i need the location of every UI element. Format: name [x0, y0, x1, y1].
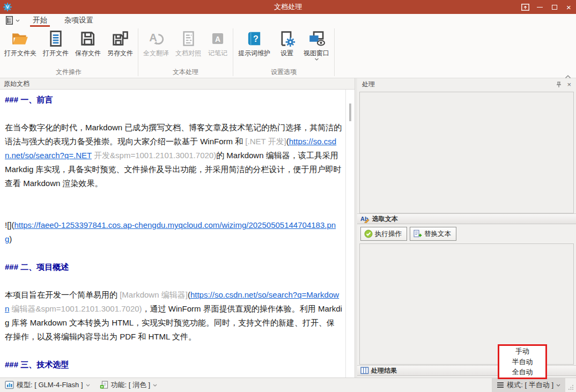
- tab-start[interactable]: 开始: [30, 14, 50, 27]
- ribbon-group-file-ops: 打开文件夹 打开文件 保存文件: [0, 27, 137, 78]
- execute-operation-button[interactable]: 执行操作: [360, 227, 407, 241]
- selected-text-area[interactable]: [359, 92, 574, 213]
- minimize-button[interactable]: [533, 0, 547, 14]
- save-file-icon: [79, 29, 97, 48]
- group-separator: [334, 28, 335, 76]
- mode-selector[interactable]: 模式: [ 半自动 ]: [492, 378, 565, 392]
- button-label: 另存文件: [107, 49, 133, 57]
- chevron-down-icon: [86, 384, 90, 387]
- right-panel-header: 处理 ×: [357, 78, 576, 91]
- button-label: 执行操作: [375, 230, 402, 239]
- result-label: 处理结果: [371, 366, 397, 375]
- button-label: 提示词维护: [238, 49, 270, 57]
- document-editor[interactable]: ### 一、前言在当今数字化的时代，Markdown 已成为撰写文档、博客文章及…: [0, 90, 355, 378]
- svg-text:?: ?: [253, 34, 259, 43]
- vertical-scrollbar[interactable]: [349, 103, 351, 121]
- select-text-label: 选取文本: [372, 215, 398, 224]
- replace-text-button[interactable]: 替换文本: [410, 227, 456, 241]
- model-label: 模型: [ GLM-4-Flash ]: [17, 380, 83, 390]
- settings-gear-icon: [278, 29, 296, 48]
- doc-paragraph: 本项目旨在开发一个简单易用的 [Markdown 编辑器](https://so…: [5, 288, 343, 344]
- doc-text-run: ### 一、前言: [5, 95, 53, 104]
- ribbon-collapse-button[interactable]: [565, 71, 571, 76]
- titlebar: V 文档处理 ×: [0, 0, 576, 14]
- chevron-down-icon: [16, 19, 20, 22]
- settings-button[interactable]: 设置: [274, 27, 300, 57]
- maximize-button[interactable]: [547, 0, 562, 14]
- button-label: 视图窗口: [304, 49, 329, 57]
- doc-heading: ### 一、前言: [5, 93, 343, 107]
- note-icon: A: [209, 29, 227, 48]
- doc-heading: ### 三、技术选型: [5, 358, 343, 372]
- ribbon-toggle-icon: [521, 4, 529, 11]
- save-as-button[interactable]: 另存文件: [104, 27, 136, 57]
- button-label: 打开文件夹: [4, 49, 36, 57]
- doc-text-run: 编辑器&spm=1001.2101.3001.7020): [9, 304, 142, 313]
- open-folder-button[interactable]: 打开文件夹: [1, 27, 40, 57]
- maximize-icon: [552, 5, 557, 10]
- close-button[interactable]: ×: [562, 0, 576, 14]
- translate-icon: A: [147, 29, 165, 48]
- app-gear-icon: V: [3, 2, 12, 12]
- doc-compare-icon: [179, 29, 197, 48]
- ribbon-group-settings: ? 提示词维护 设置: [234, 27, 334, 78]
- right-panel-title: 处理: [362, 80, 375, 89]
- app-menu-icon: [5, 16, 14, 25]
- help-book-icon: ?: [245, 29, 263, 48]
- tab-misc-settings[interactable]: 杂项设置: [62, 14, 96, 27]
- save-file-button[interactable]: 保存文件: [72, 27, 104, 57]
- minimize-icon: [537, 7, 543, 8]
- doc-link[interactable]: https://faee0-1253397841.cos.ap-chengdu.…: [5, 220, 336, 243]
- mode-menu-item-full-auto[interactable]: 全自动: [499, 367, 545, 377]
- svg-text:A: A: [215, 35, 220, 43]
- resize-grip[interactable]: [565, 378, 576, 392]
- function-selector[interactable]: 功能: [ 润色 ]: [95, 378, 163, 392]
- doc-text-run: ): [9, 234, 12, 243]
- select-text-icon: Ab: [360, 215, 370, 223]
- statusbar: 模型: [ GLM-4-Flash ] 功能: [ 润色 ] 模式: [ 半自动…: [0, 378, 576, 392]
- button-label: 打开文件: [43, 49, 69, 57]
- ribbon-tab-row: 开始 杂项设置: [0, 14, 576, 27]
- doc-heading: ### 二、项目概述: [5, 260, 343, 274]
- doc-paragraph: ![](https://faee0-1253397841.cos.ap-chen…: [5, 218, 343, 246]
- doc-text-run: 开发&spm=1001.2101.3001.7020): [92, 151, 216, 160]
- left-panel-title: 原始文档: [4, 79, 29, 88]
- pin-icon[interactable]: [556, 82, 562, 88]
- view-window-button[interactable]: 视图窗口: [300, 27, 333, 61]
- mode-menu-item-semi-auto[interactable]: 半自动: [499, 357, 545, 367]
- take-note-button[interactable]: A 记笔记: [204, 27, 231, 57]
- processing-panel: 处理 × Ab 选取文本 执行操作 替: [357, 78, 576, 378]
- translate-button[interactable]: A 全文翻译: [140, 27, 172, 57]
- check-circle-icon: [364, 230, 373, 238]
- document-content: ### 一、前言在当今数字化的时代，Markdown 已成为撰写文档、博客文章及…: [5, 92, 343, 378]
- model-selector[interactable]: 模型: [ GLM-4-Flash ]: [0, 378, 95, 392]
- doc-text-run: ![](: [5, 220, 14, 230]
- original-document-panel: 原始文档 ### 一、前言在当今数字化的时代，Markdown 已成为撰写文档、…: [0, 78, 355, 378]
- chevron-down-icon: [314, 58, 319, 61]
- doc-plus-icon: [413, 230, 422, 238]
- doc-compare-button[interactable]: 文档对照: [172, 27, 204, 57]
- window-title: 文档处理: [0, 0, 576, 14]
- doc-text-run: ### 三、技术选型: [5, 360, 69, 369]
- ribbon-group-label: 设置选项: [235, 68, 333, 78]
- panel-close-icon[interactable]: ×: [567, 81, 571, 88]
- ribbon-group-label: 文件操作: [1, 68, 136, 78]
- editor-border: [345, 90, 346, 378]
- app-menu-button[interactable]: [0, 14, 24, 27]
- ribbon-toggle-button[interactable]: [518, 0, 533, 14]
- svg-text:V: V: [6, 4, 9, 10]
- mode-label: 模式: [ 半自动 ]: [507, 380, 553, 390]
- prompt-maintenance-button[interactable]: ? 提示词维护: [235, 27, 274, 57]
- chevron-down-icon: [153, 384, 157, 387]
- select-text-bar: Ab 选取文本: [357, 213, 576, 224]
- button-label: 替换文本: [424, 230, 451, 239]
- button-label: 记笔记: [208, 49, 227, 57]
- open-file-icon: [47, 29, 65, 48]
- mode-menu-item-manual[interactable]: 手动: [499, 346, 545, 356]
- save-as-icon: [111, 29, 129, 48]
- ribbon: 打开文件夹 打开文件 保存文件: [0, 27, 576, 78]
- menu-lines-icon: [497, 382, 504, 388]
- function-label: 功能: [ 润色 ]: [111, 380, 151, 390]
- open-file-button[interactable]: 打开文件: [40, 27, 72, 57]
- button-label: 设置: [280, 49, 293, 57]
